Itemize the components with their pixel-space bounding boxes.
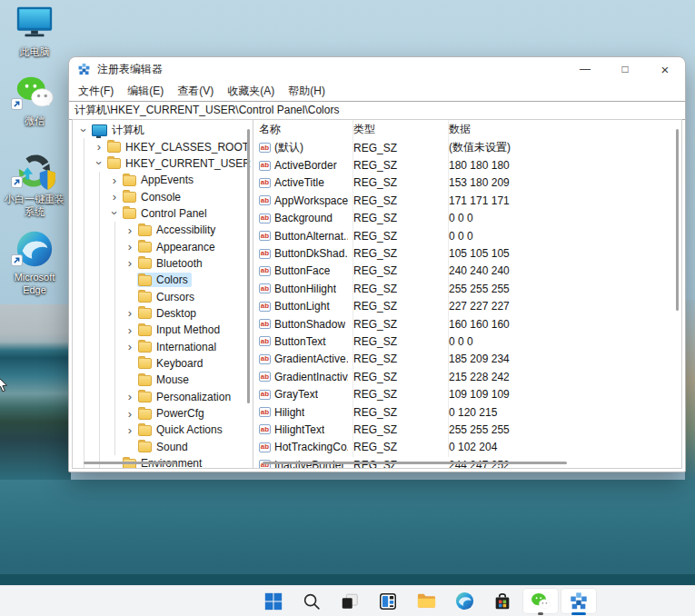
chevron-down-icon[interactable]: › [108, 206, 122, 221]
maximize-button[interactable]: □ [605, 57, 645, 81]
tree-item[interactable]: ›Console [73, 188, 253, 204]
column-header-type[interactable]: 类型 [348, 122, 443, 137]
tree-item[interactable]: ›International [73, 338, 253, 354]
column-header-name[interactable]: 名称 [253, 122, 348, 137]
registry-value-row[interactable]: abButtonShadowREG_SZ160 160 160 [253, 315, 681, 333]
tree-indent-guide [92, 205, 107, 222]
tree-item[interactable]: ›Control Panel [73, 205, 253, 222]
tree-item[interactable]: Keyboard [73, 355, 253, 372]
chevron-right-icon[interactable]: › [123, 423, 137, 437]
taskbar-widgets[interactable] [370, 588, 406, 614]
registry-value-row[interactable]: abButtonHilightREG_SZ255 255 255 [253, 280, 681, 297]
registry-value-row[interactable]: ab(默认)REG_SZ(数值未设置) [253, 139, 681, 156]
tree-item[interactable]: ›Input Method [73, 322, 253, 338]
folder-icon [138, 292, 152, 303]
registry-value-row[interactable]: abAppWorkspaceREG_SZ171 171 171 [253, 192, 681, 209]
chevron-right-icon[interactable]: › [123, 323, 137, 337]
taskbar-microsoft-store[interactable] [484, 588, 521, 614]
value-name-cell: abHilight [253, 406, 348, 419]
chevron-right-icon[interactable]: › [92, 140, 106, 154]
string-value-icon: ab [259, 424, 271, 434]
registry-value-row[interactable]: abBackgroundREG_SZ0 0 0 [253, 210, 681, 227]
value-name-cell: abButtonFace [253, 264, 348, 277]
tree-horizontal-scrollbar[interactable] [84, 462, 176, 464]
chevron-right-icon[interactable]: › [107, 174, 122, 187]
chevron-right-icon[interactable]: › [123, 306, 137, 320]
list-horizontal-scrollbar[interactable] [263, 462, 567, 464]
registry-value-row[interactable]: abHotTrackingCo...REG_SZ0 102 204 [253, 439, 681, 456]
titlebar[interactable]: 注册表编辑器 — □ × [69, 57, 685, 81]
tree-item[interactable]: ›HKEY_CLASSES_ROOT [73, 138, 253, 154]
registry-value-row[interactable]: abButtonFaceREG_SZ240 240 240 [253, 263, 681, 280]
tree-vertical-scrollbar[interactable] [247, 129, 250, 403]
desktop-icon-wechat[interactable]: 微信 [5, 73, 65, 127]
taskbar-search[interactable] [293, 588, 330, 614]
desktop-icon-reinstall-tool[interactable]: 小白一键重装系统 [5, 151, 65, 219]
registry-value-row[interactable]: abGradientInactiv...REG_SZ215 228 242 [253, 368, 681, 385]
menu-item-0[interactable]: 文件(F) [78, 84, 114, 99]
tree-item[interactable]: ›AppEvents [73, 172, 253, 188]
string-value-icon: ab [259, 372, 271, 382]
value-type: REG_SZ [348, 142, 443, 154]
desktop-icon-edge[interactable]: Microsoft Edge [5, 229, 65, 297]
menu-item-4[interactable]: 帮助(H) [288, 84, 325, 99]
tree-indent-guide [107, 372, 123, 388]
registry-value-row[interactable]: abHilightTextREG_SZ255 255 255 [253, 421, 681, 438]
menu-item-2[interactable]: 查看(V) [177, 84, 213, 99]
tree-panel: ›计算机›HKEY_CLASSES_ROOT›HKEY_CURRENT_USER… [72, 119, 253, 469]
tree-item[interactable]: Cursors [73, 288, 253, 304]
chevron-right-icon[interactable]: › [123, 240, 137, 253]
folder-icon [138, 258, 152, 269]
registry-value-row[interactable]: abButtonTextREG_SZ0 0 0 [253, 333, 681, 350]
taskbar-edge[interactable] [446, 588, 482, 614]
desktop-icon-this-pc[interactable]: 此电脑 [5, 4, 65, 58]
chevron-right-icon[interactable]: › [107, 190, 122, 204]
tree-item[interactable]: ›Accessibility [73, 222, 253, 238]
tree-item[interactable]: ›Quick Actions [73, 422, 253, 438]
taskbar-start-button[interactable] [255, 588, 292, 614]
taskbar-registry-editor[interactable] [561, 588, 597, 614]
close-button[interactable]: × [645, 57, 685, 81]
minimize-button[interactable]: — [565, 57, 605, 81]
value-data: 185 209 234 [443, 353, 681, 365]
registry-value-row[interactable]: abGrayTextREG_SZ109 109 109 [253, 385, 681, 402]
menu-item-1[interactable]: 编辑(E) [127, 84, 164, 99]
taskbar-task-view[interactable] [332, 588, 368, 614]
value-type: REG_SZ [348, 353, 443, 365]
column-header-data[interactable]: 数据 [443, 122, 681, 137]
registry-value-row[interactable]: abButtonLightREG_SZ227 227 227 [253, 298, 681, 315]
tree-item[interactable]: ›Bluetooth [73, 255, 253, 272]
tree-indent-guide [107, 255, 123, 272]
value-data: 0 0 0 [443, 230, 681, 243]
folder-icon [138, 225, 152, 236]
tree-item[interactable]: ›Appearance [73, 238, 253, 254]
tree-item[interactable]: ›计算机 [73, 122, 253, 138]
registry-value-row[interactable]: abButtonAlternat...REG_SZ0 0 0 [253, 227, 681, 244]
taskbar-wechat[interactable] [522, 588, 559, 614]
menu-item-3[interactable]: 收藏夹(A) [227, 84, 274, 99]
tree-item[interactable]: Sound [73, 439, 253, 455]
tree-item[interactable]: ›Desktop [73, 305, 253, 322]
registry-value-row[interactable]: abGradientActive...REG_SZ185 209 234 [253, 351, 681, 368]
chevron-right-icon[interactable]: › [123, 407, 137, 421]
taskbar-file-explorer[interactable] [408, 588, 444, 614]
chevron-right-icon[interactable]: › [123, 340, 137, 353]
address-bar[interactable]: 计算机\HKEY_CURRENT_USER\Control Panel\Colo… [69, 101, 685, 120]
tree-item[interactable]: ›Personalization [73, 389, 253, 405]
registry-value-row[interactable]: abHilightREG_SZ0 120 215 [253, 403, 681, 421]
tree-item[interactable]: Mouse [73, 372, 253, 388]
registry-value-row[interactable]: abButtonDkShad...REG_SZ105 105 105 [253, 244, 681, 262]
tree-item[interactable]: Colors [73, 272, 253, 288]
chevron-down-icon[interactable]: › [93, 156, 106, 171]
tree-item[interactable]: ›PowerCfg [73, 405, 253, 422]
chevron-right-icon[interactable]: › [123, 224, 137, 237]
registry-value-row[interactable]: abActiveTitleREG_SZ153 180 209 [253, 174, 681, 192]
widgets-icon [378, 591, 398, 611]
list-vertical-scrollbar[interactable] [676, 129, 679, 311]
chevron-right-icon[interactable]: › [123, 256, 137, 270]
folder-icon [138, 442, 152, 452]
chevron-down-icon[interactable]: › [77, 123, 91, 137]
registry-value-row[interactable]: abActiveBorderREG_SZ180 180 180 [253, 156, 681, 174]
tree-item[interactable]: ›HKEY_CURRENT_USER [73, 155, 253, 172]
chevron-right-icon[interactable]: › [123, 390, 137, 403]
